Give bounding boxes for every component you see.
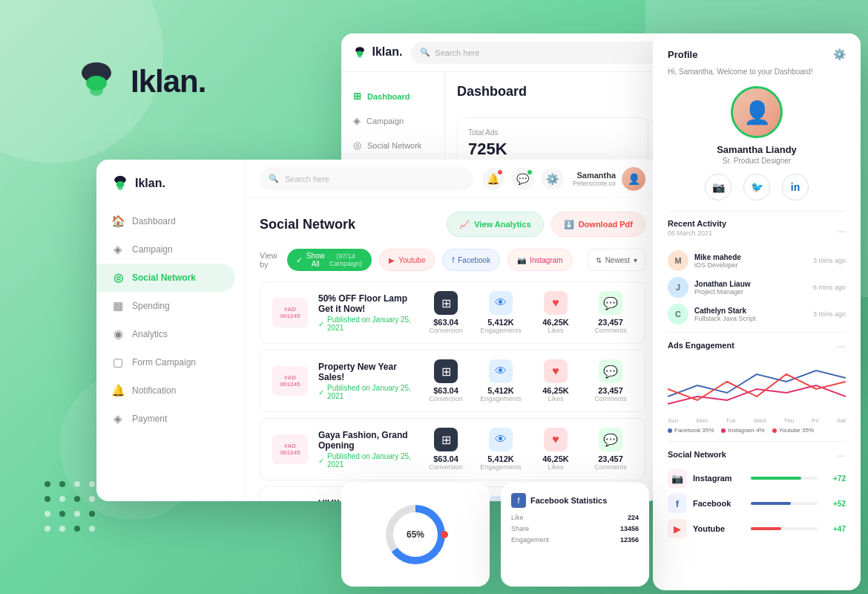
form-icon: ▢ bbox=[111, 356, 125, 369]
linkedin-link[interactable]: in bbox=[782, 174, 809, 200]
yt-sn-label: Youtube bbox=[693, 524, 745, 533]
back-page-title: Dashboard bbox=[457, 84, 527, 99]
sidebar-item-payment[interactable]: ◈ Payment bbox=[96, 405, 235, 433]
ad-title-2: Property New Year Sales! bbox=[318, 362, 413, 382]
username: Samantha bbox=[573, 171, 616, 180]
ad-pub-1: ✓ Published on January 25, 2021 bbox=[318, 316, 413, 332]
filter-all-count: (97/14 Campaign) bbox=[329, 252, 363, 267]
sidebar-item-campaign[interactable]: ◈ Campaign bbox=[96, 235, 235, 264]
eng-icon-2: 👁 bbox=[489, 359, 513, 383]
sn-stats-header: Social Network ··· bbox=[668, 449, 846, 461]
sidebar-item-social[interactable]: ◎ Social Network bbox=[96, 264, 235, 292]
sidebar-item-form[interactable]: ▢ Form Campaign bbox=[96, 348, 235, 376]
profile-avatar: 👤 bbox=[731, 86, 783, 138]
yt-legend-label: Youtube 35% bbox=[779, 427, 814, 434]
fb-stat-like: Like 224 bbox=[511, 514, 639, 521]
engagement-more-icon[interactable]: ··· bbox=[837, 340, 846, 352]
sidebar-item-dashboard[interactable]: 🏠 Dashboard bbox=[96, 207, 235, 235]
fb-legend-dot bbox=[668, 428, 672, 433]
brand-logo-icon bbox=[74, 59, 119, 104]
fb-stat-engagement: Engagement 12356 bbox=[511, 536, 639, 544]
fb-like-label: Like bbox=[511, 514, 524, 521]
fb-stats-header: f Facebook Statistics bbox=[511, 493, 639, 508]
fb-share-val: 13456 bbox=[620, 525, 639, 532]
view-analytics-button[interactable]: 📈 View Analytics bbox=[447, 212, 543, 237]
fb-like-val: 224 bbox=[628, 514, 639, 521]
chat-badge bbox=[527, 169, 533, 175]
ad-tag-3: #AD001245 bbox=[272, 434, 308, 464]
fb-sn-label: Facebook bbox=[693, 499, 745, 508]
filter-show-all[interactable]: ✓ Show All (97/14 Campaign) bbox=[287, 249, 372, 271]
comments-icon-1: 💬 bbox=[599, 291, 622, 315]
fb-legend-label: Facebook 35% bbox=[674, 427, 714, 434]
check-mark-icon-2: ✓ bbox=[318, 388, 324, 396]
analytics-btn-icon: 📈 bbox=[459, 220, 470, 229]
filter-facebook[interactable]: f Facebook bbox=[442, 249, 500, 271]
download-pdf-label: Download Pdf bbox=[579, 220, 633, 229]
metric-conversion-2: ⊞ $63.04 Conversion bbox=[424, 359, 468, 402]
metric-engagement-1: 👁 5,412K Engagements bbox=[479, 291, 523, 334]
act-time-2: 6 mins ago bbox=[813, 284, 846, 291]
sidebar-label-form: Form Campaign bbox=[132, 357, 196, 368]
act-avatar-2: J bbox=[668, 277, 688, 298]
profile-settings-icon[interactable]: ⚙️ bbox=[833, 48, 846, 60]
back-nav-social[interactable]: ◎ Social Network bbox=[341, 133, 444, 157]
engagement-chart-svg bbox=[668, 359, 846, 411]
instagram-link[interactable]: 📷 bbox=[705, 174, 731, 200]
fb-sn-icon: f bbox=[668, 494, 687, 513]
facebook-icon: f bbox=[452, 256, 454, 264]
metric-comments-1: 💬 23,457 Comments bbox=[588, 291, 633, 334]
legend-facebook: Facebook 35% bbox=[668, 427, 714, 434]
chart-labels: SunMonTueWedThuFriSat bbox=[668, 417, 846, 424]
sidebar-label-campaign: Campaign bbox=[132, 244, 173, 255]
filter-instagram[interactable]: 📷 Instagram bbox=[507, 249, 572, 271]
back-nav-dashboard[interactable]: ⊞ Dashboard bbox=[341, 84, 444, 108]
sidebar-label-dashboard: Dashboard bbox=[132, 216, 176, 226]
conv-icon-2: ⊞ bbox=[434, 359, 458, 383]
sidebar-label-notification: Notification bbox=[132, 385, 176, 396]
table-row: #AD001245 50% OFF Floor Lamp Get it Now!… bbox=[260, 281, 645, 344]
user-info: Samantha Peterscrote.co 👤 bbox=[573, 167, 645, 191]
activity-more-icon[interactable]: ··· bbox=[837, 225, 846, 237]
sidebar-item-spending[interactable]: ▦ Spending bbox=[96, 292, 235, 320]
back-nav-campaign[interactable]: ◈ Campaign bbox=[341, 108, 444, 133]
sidebar-item-analytics[interactable]: ◉ Analytics bbox=[96, 320, 235, 348]
settings-icon-btn[interactable]: ⚙️ bbox=[542, 168, 564, 190]
fb-sn-bar bbox=[751, 502, 791, 505]
sn-stats-title: Social Network bbox=[668, 450, 726, 459]
sidebar-item-notification[interactable]: 🔔 Notification bbox=[96, 376, 235, 405]
social-icon: ◎ bbox=[111, 271, 125, 284]
metric-conv-3: ⊞ $63.04 Conversion bbox=[424, 428, 468, 471]
download-pdf-button[interactable]: ⬇️ Download Pdf bbox=[551, 212, 645, 237]
filter-youtube[interactable]: ▶ Youtube bbox=[379, 249, 435, 271]
twitter-link[interactable]: 🐦 bbox=[743, 174, 770, 200]
comm-icon-3: 💬 bbox=[599, 428, 622, 451]
act-time-1: 3 mins ago bbox=[813, 257, 846, 264]
ig-sn-icon: 📷 bbox=[668, 469, 687, 488]
loader-panel: 65% bbox=[341, 483, 490, 587]
sidebar-logo-name: Iklan. bbox=[135, 177, 165, 190]
search-icon: 🔍 bbox=[269, 174, 279, 183]
metric-eng-3: 👁 5,412K Engagements bbox=[479, 428, 523, 471]
likes-lbl-1: Likes bbox=[548, 327, 563, 334]
bell-icon-btn[interactable]: 🔔 bbox=[482, 168, 504, 190]
back-search-box[interactable]: 🔍 Search here bbox=[411, 42, 683, 64]
filter-instagram-label: Instagram bbox=[530, 256, 562, 264]
fb-share-label: Share bbox=[511, 525, 529, 532]
search-box[interactable]: 🔍 Search here bbox=[260, 167, 473, 191]
table-row: #AD001245 Gaya Fashion, Grand Opening ✓ … bbox=[260, 418, 645, 480]
loader-wrap: 65% bbox=[386, 505, 445, 564]
sn-stats-more-icon[interactable]: ··· bbox=[837, 449, 846, 461]
metric-likes-2: ♥ 46,25K Likes bbox=[533, 359, 578, 402]
filter-bar: View by ✓ Show All (97/14 Campaign) ▶ Yo… bbox=[260, 249, 645, 271]
sort-button[interactable]: ⇅ Newest ▾ bbox=[588, 249, 645, 271]
fb-engagement-label: Engagement bbox=[511, 536, 549, 544]
ig-sn-label: Instagram bbox=[693, 474, 745, 483]
svg-point-5 bbox=[358, 54, 361, 58]
dots-decoration bbox=[45, 481, 98, 535]
chat-icon-btn[interactable]: 💬 bbox=[512, 168, 534, 190]
brand-area: Iklan. bbox=[74, 59, 206, 104]
ad-list: #AD001245 50% OFF Floor Lamp Get it Now!… bbox=[260, 281, 645, 501]
conv-icon-3: ⊞ bbox=[434, 428, 458, 451]
yt-sn-change: +47 bbox=[823, 525, 846, 533]
